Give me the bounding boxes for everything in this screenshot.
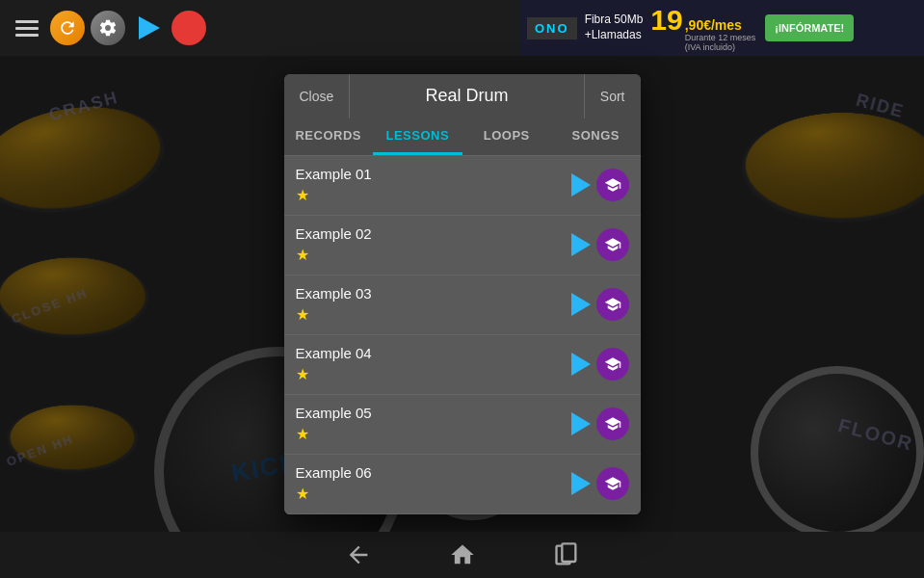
play-button[interactable] xyxy=(131,11,166,45)
tab-lessons[interactable]: LESSONS xyxy=(373,118,462,155)
tab-songs[interactable]: SONGS xyxy=(551,118,641,155)
song-play-button[interactable] xyxy=(571,353,591,376)
song-info: Example 06 ★ xyxy=(296,464,571,503)
song-list: Example 01 ★ Example 02 ★ xyxy=(284,156,641,514)
song-actions xyxy=(571,348,629,381)
song-modal: Close Real Drum Sort RECORDS LESSONS LOO… xyxy=(284,74,641,514)
home-button[interactable] xyxy=(449,541,476,568)
song-item-4: Example 04 ★ xyxy=(284,335,641,395)
song-name: Example 02 xyxy=(296,225,571,242)
ad-price-note2: (IVA incluido) xyxy=(685,42,756,52)
modal-title: Real Drum xyxy=(350,86,584,106)
song-star: ★ xyxy=(296,365,571,383)
song-item-2: Example 02 ★ xyxy=(284,216,641,276)
song-lesson-button[interactable] xyxy=(596,288,629,321)
ad-price-decimal: ,90€/mes xyxy=(685,17,756,33)
song-lesson-button[interactable] xyxy=(596,467,629,500)
song-info: Example 02 ★ xyxy=(296,225,571,264)
song-lesson-button[interactable] xyxy=(596,169,629,201)
song-star: ★ xyxy=(296,305,571,324)
modal-overlay: Close Real Drum Sort RECORDS LESSONS LOO… xyxy=(0,56,924,532)
tab-records[interactable]: RECORDS xyxy=(284,118,374,155)
svg-marker-3 xyxy=(139,16,160,39)
ad-price-note1: Durante 12 meses xyxy=(685,33,756,42)
svg-rect-5 xyxy=(562,543,575,562)
svg-rect-1 xyxy=(15,27,39,30)
record-button[interactable] xyxy=(172,11,206,45)
song-actions xyxy=(571,288,629,321)
song-play-button[interactable] xyxy=(571,472,591,495)
song-name: Example 03 xyxy=(296,285,571,302)
refresh-button[interactable] xyxy=(50,11,85,45)
close-button[interactable]: Close xyxy=(284,74,351,118)
bottom-nav xyxy=(0,532,924,578)
song-name: Example 04 xyxy=(296,345,571,361)
song-name: Example 05 xyxy=(296,405,571,421)
song-actions xyxy=(571,169,629,201)
song-info: Example 05 ★ xyxy=(296,405,571,443)
svg-rect-0 xyxy=(15,20,39,23)
menu-button[interactable] xyxy=(10,11,44,45)
song-play-button[interactable] xyxy=(571,173,591,197)
modal-tabs: RECORDS LESSONS LOOPS SONGS xyxy=(284,118,641,156)
song-play-button[interactable] xyxy=(571,412,591,435)
sort-button[interactable]: Sort xyxy=(584,74,641,118)
song-play-button[interactable] xyxy=(571,233,591,256)
song-star: ★ xyxy=(296,186,571,204)
song-star: ★ xyxy=(296,485,571,503)
song-item-5: Example 05 ★ xyxy=(284,395,641,455)
song-lesson-button[interactable] xyxy=(596,407,629,440)
settings-button[interactable] xyxy=(91,11,125,45)
tab-loops[interactable]: LOOPS xyxy=(462,118,552,155)
song-star: ★ xyxy=(296,246,571,264)
song-lesson-button[interactable] xyxy=(596,348,629,381)
song-item-3: Example 03 ★ xyxy=(284,276,641,335)
song-star: ★ xyxy=(296,425,571,443)
song-item-1: Example 01 ★ xyxy=(284,156,641,216)
song-play-button[interactable] xyxy=(571,293,591,316)
song-name: Example 06 xyxy=(296,464,571,481)
song-info: Example 03 ★ xyxy=(296,285,571,324)
modal-header: Close Real Drum Sort xyxy=(284,74,641,118)
song-name: Example 01 xyxy=(296,166,571,182)
song-actions xyxy=(571,467,629,500)
top-toolbar: ONO Fibra 50Mb +Llamadas 19 ,90€/mes Dur… xyxy=(0,0,924,56)
song-lesson-button[interactable] xyxy=(596,228,629,261)
ad-logo: ONO xyxy=(527,17,577,39)
song-actions xyxy=(571,407,629,440)
ad-text: Fibra 50Mb +Llamadas xyxy=(585,13,644,42)
back-button[interactable] xyxy=(345,541,372,568)
song-info: Example 04 ★ xyxy=(296,345,571,383)
recent-apps-button[interactable] xyxy=(553,541,580,568)
ad-price: 19 xyxy=(650,4,682,37)
svg-rect-2 xyxy=(15,34,39,37)
song-item-6: Example 06 ★ xyxy=(284,455,641,514)
song-actions xyxy=(571,228,629,261)
song-info: Example 01 ★ xyxy=(296,166,571,204)
ad-cta-button[interactable]: ¡INFÓRMATE! xyxy=(765,14,854,41)
ad-banner[interactable]: ONO Fibra 50Mb +Llamadas 19 ,90€/mes Dur… xyxy=(519,0,924,56)
